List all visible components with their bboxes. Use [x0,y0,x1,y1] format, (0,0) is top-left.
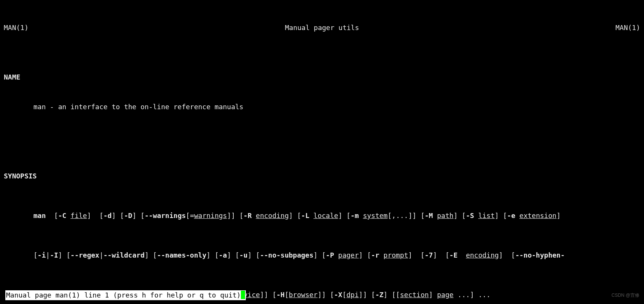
synopsis-line-2: [-i|-I] [--regex|--wildcard] [--names-on… [4,250,640,260]
name-line: man - an interface to the on-line refere… [4,102,640,112]
man-page[interactable]: MAN(1) Manual pager utils MAN(1) NAME ma… [0,0,644,304]
header-center: Manual pager utils [285,23,359,33]
header-right: MAN(1) [616,23,640,33]
watermark: CSDN @宜修 [611,290,639,300]
man-header: MAN(1) Manual pager utils MAN(1) [4,23,640,33]
cursor-block [241,291,245,299]
section-name-header: NAME [4,72,640,82]
header-left: MAN(1) [4,23,28,33]
pager-status-line[interactable]: Manual page man(1) line 1 (press h for h… [5,290,246,300]
synopsis-line-1: man [-C file] [-d] [-D] [--warnings[=war… [4,211,640,221]
section-synopsis-header: SYNOPSIS [4,171,640,181]
